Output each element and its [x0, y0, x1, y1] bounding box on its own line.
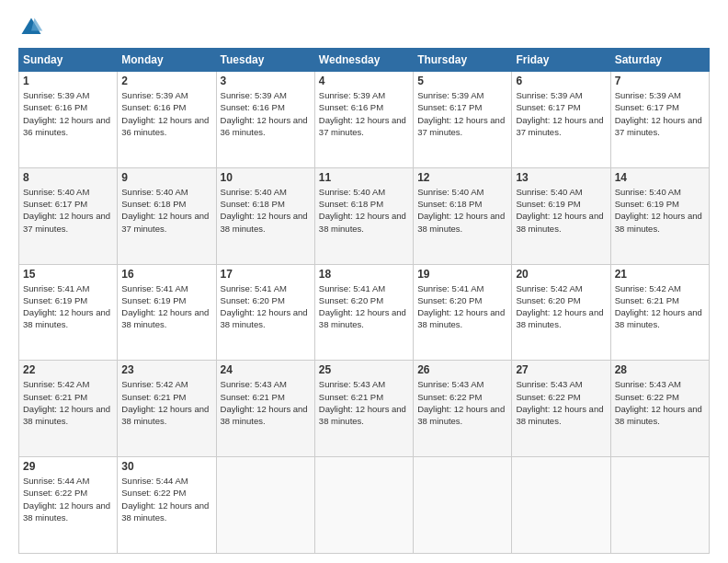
day-info: Sunrise: 5:40 AMSunset: 6:18 PMDaylight:…: [221, 187, 308, 234]
day-number: 10: [221, 171, 311, 184]
table-cell: 20Sunrise: 5:42 AMSunset: 6:20 PMDayligh…: [512, 264, 610, 361]
table-cell: 21Sunrise: 5:42 AMSunset: 6:21 PMDayligh…: [610, 264, 709, 361]
table-cell: [610, 457, 709, 554]
table-cell: [512, 457, 610, 554]
table-row: 22Sunrise: 5:42 AMSunset: 6:21 PMDayligh…: [19, 361, 710, 457]
day-info: Sunrise: 5:42 AMSunset: 6:21 PMDaylight:…: [121, 379, 209, 426]
day-number: 8: [23, 171, 113, 184]
day-number: 29: [23, 460, 113, 473]
table-cell: 30Sunrise: 5:44 AMSunset: 6:22 PMDayligh…: [118, 457, 216, 554]
calendar-header-row: Sunday Monday Tuesday Wednesday Thursday…: [19, 49, 710, 72]
table-cell: 6Sunrise: 5:39 AMSunset: 6:17 PMDaylight…: [512, 72, 610, 168]
day-number: 1: [23, 75, 113, 87]
day-info: Sunrise: 5:41 AMSunset: 6:20 PMDaylight:…: [221, 283, 308, 330]
day-number: 6: [516, 75, 606, 87]
col-saturday: Saturday: [610, 49, 709, 72]
day-info: Sunrise: 5:40 AMSunset: 6:18 PMDaylight:…: [121, 187, 209, 234]
day-info: Sunrise: 5:40 AMSunset: 6:17 PMDaylight:…: [23, 187, 110, 234]
day-info: Sunrise: 5:39 AMSunset: 6:16 PMDaylight:…: [221, 90, 308, 137]
table-cell: 5Sunrise: 5:39 AMSunset: 6:17 PMDaylight…: [414, 72, 512, 168]
day-info: Sunrise: 5:42 AMSunset: 6:21 PMDaylight:…: [615, 283, 702, 330]
table-cell: 12Sunrise: 5:40 AMSunset: 6:18 PMDayligh…: [414, 167, 512, 264]
col-wednesday: Wednesday: [314, 49, 413, 72]
day-info: Sunrise: 5:39 AMSunset: 6:17 PMDaylight:…: [615, 90, 702, 137]
table-cell: 3Sunrise: 5:39 AMSunset: 6:16 PMDaylight…: [216, 72, 314, 168]
day-number: 5: [417, 75, 507, 87]
table-cell: 10Sunrise: 5:40 AMSunset: 6:18 PMDayligh…: [216, 167, 314, 264]
day-info: Sunrise: 5:39 AMSunset: 6:16 PMDaylight:…: [121, 90, 209, 137]
day-number: 15: [23, 268, 113, 281]
day-number: 18: [319, 268, 409, 281]
day-number: 23: [121, 363, 211, 376]
svg-marker-1: [31, 18, 42, 31]
table-cell: [414, 457, 512, 554]
day-info: Sunrise: 5:40 AMSunset: 6:19 PMDaylight:…: [615, 187, 702, 234]
table-cell: 16Sunrise: 5:41 AMSunset: 6:19 PMDayligh…: [118, 264, 216, 361]
col-monday: Monday: [118, 49, 216, 72]
table-cell: 17Sunrise: 5:41 AMSunset: 6:20 PMDayligh…: [216, 264, 314, 361]
table-cell: 2Sunrise: 5:39 AMSunset: 6:16 PMDaylight…: [118, 72, 216, 168]
table-row: 1Sunrise: 5:39 AMSunset: 6:16 PMDaylight…: [19, 72, 710, 168]
day-number: 25: [319, 363, 409, 376]
day-number: 20: [516, 268, 606, 281]
table-cell: 4Sunrise: 5:39 AMSunset: 6:16 PMDaylight…: [314, 72, 413, 168]
day-number: 2: [121, 75, 211, 87]
day-number: 21: [615, 268, 705, 281]
day-info: Sunrise: 5:39 AMSunset: 6:17 PMDaylight:…: [516, 90, 603, 137]
calendar-table: Sunday Monday Tuesday Wednesday Thursday…: [18, 48, 710, 554]
table-cell: 24Sunrise: 5:43 AMSunset: 6:21 PMDayligh…: [216, 361, 314, 457]
day-number: 17: [221, 268, 311, 281]
table-cell: 23Sunrise: 5:42 AMSunset: 6:21 PMDayligh…: [118, 361, 216, 457]
day-info: Sunrise: 5:41 AMSunset: 6:19 PMDaylight:…: [23, 283, 110, 330]
day-info: Sunrise: 5:39 AMSunset: 6:17 PMDaylight:…: [417, 90, 505, 137]
table-cell: 27Sunrise: 5:43 AMSunset: 6:22 PMDayligh…: [512, 361, 610, 457]
table-cell: 18Sunrise: 5:41 AMSunset: 6:20 PMDayligh…: [314, 264, 413, 361]
day-info: Sunrise: 5:43 AMSunset: 6:21 PMDaylight:…: [319, 379, 406, 426]
day-info: Sunrise: 5:39 AMSunset: 6:16 PMDaylight:…: [319, 90, 406, 137]
day-number: 3: [221, 75, 311, 87]
table-cell: 22Sunrise: 5:42 AMSunset: 6:21 PMDayligh…: [19, 361, 118, 457]
day-number: 22: [23, 363, 113, 376]
table-row: 8Sunrise: 5:40 AMSunset: 6:17 PMDaylight…: [19, 167, 710, 264]
day-info: Sunrise: 5:44 AMSunset: 6:22 PMDaylight:…: [121, 476, 209, 523]
table-cell: 29Sunrise: 5:44 AMSunset: 6:22 PMDayligh…: [19, 457, 118, 554]
day-info: Sunrise: 5:43 AMSunset: 6:22 PMDaylight:…: [615, 379, 702, 426]
day-number: 19: [417, 268, 507, 281]
table-cell: 19Sunrise: 5:41 AMSunset: 6:20 PMDayligh…: [414, 264, 512, 361]
col-friday: Friday: [512, 49, 610, 72]
logo: [18, 15, 48, 40]
col-sunday: Sunday: [19, 49, 118, 72]
table-cell: 8Sunrise: 5:40 AMSunset: 6:17 PMDaylight…: [19, 167, 118, 264]
day-info: Sunrise: 5:41 AMSunset: 6:19 PMDaylight:…: [121, 283, 209, 330]
table-cell: 15Sunrise: 5:41 AMSunset: 6:19 PMDayligh…: [19, 264, 118, 361]
day-number: 24: [221, 363, 311, 376]
page: Sunday Monday Tuesday Wednesday Thursday…: [0, 0, 728, 563]
table-row: 15Sunrise: 5:41 AMSunset: 6:19 PMDayligh…: [19, 264, 710, 361]
table-cell: 14Sunrise: 5:40 AMSunset: 6:19 PMDayligh…: [610, 167, 709, 264]
day-number: 9: [121, 171, 211, 184]
day-number: 14: [615, 171, 705, 184]
day-info: Sunrise: 5:41 AMSunset: 6:20 PMDaylight:…: [417, 283, 505, 330]
day-info: Sunrise: 5:43 AMSunset: 6:22 PMDaylight:…: [516, 379, 603, 426]
day-number: 13: [516, 171, 606, 184]
day-number: 11: [319, 171, 409, 184]
day-info: Sunrise: 5:40 AMSunset: 6:18 PMDaylight:…: [319, 187, 406, 234]
day-info: Sunrise: 5:42 AMSunset: 6:21 PMDaylight:…: [23, 379, 110, 426]
day-number: 16: [121, 268, 211, 281]
day-info: Sunrise: 5:42 AMSunset: 6:20 PMDaylight:…: [516, 283, 603, 330]
day-number: 7: [615, 75, 705, 87]
table-row: 29Sunrise: 5:44 AMSunset: 6:22 PMDayligh…: [19, 457, 710, 554]
day-info: Sunrise: 5:43 AMSunset: 6:22 PMDaylight:…: [417, 379, 505, 426]
table-cell: 9Sunrise: 5:40 AMSunset: 6:18 PMDaylight…: [118, 167, 216, 264]
logo-icon: [18, 15, 44, 40]
day-info: Sunrise: 5:43 AMSunset: 6:21 PMDaylight:…: [221, 379, 308, 426]
day-number: 4: [319, 75, 409, 87]
day-number: 26: [417, 363, 507, 376]
day-info: Sunrise: 5:39 AMSunset: 6:16 PMDaylight:…: [23, 90, 110, 137]
table-cell: 13Sunrise: 5:40 AMSunset: 6:19 PMDayligh…: [512, 167, 610, 264]
table-cell: 1Sunrise: 5:39 AMSunset: 6:16 PMDaylight…: [19, 72, 118, 168]
day-number: 28: [615, 363, 705, 376]
day-info: Sunrise: 5:41 AMSunset: 6:20 PMDaylight:…: [319, 283, 406, 330]
day-number: 12: [417, 171, 507, 184]
table-cell: [216, 457, 314, 554]
